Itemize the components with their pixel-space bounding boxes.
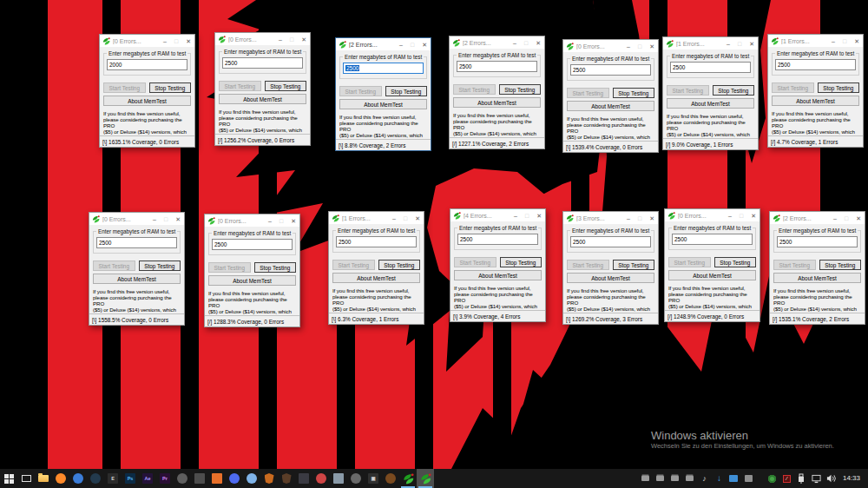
package-icon[interactable] xyxy=(744,472,753,485)
titlebar[interactable]: [2 Errors... – □ ✕ xyxy=(450,36,544,49)
about-memtest-button[interactable]: About MemTest xyxy=(772,96,859,106)
start-testing-button[interactable]: Start Testing xyxy=(93,260,135,271)
start-button[interactable] xyxy=(0,469,17,488)
start-testing-button[interactable]: Start Testing xyxy=(567,88,609,98)
stop-testing-button[interactable]: Stop Testing xyxy=(139,260,181,271)
music-note-icon[interactable]: ♪ xyxy=(700,472,709,485)
waterdrop-app-icon[interactable] xyxy=(243,469,260,488)
close-button[interactable]: ✕ xyxy=(175,216,181,222)
close-button[interactable]: ✕ xyxy=(186,38,191,44)
close-button[interactable]: ✕ xyxy=(751,213,756,219)
stop-testing-button[interactable]: Stop Testing xyxy=(713,85,755,96)
start-testing-button[interactable]: Start Testing xyxy=(567,260,609,270)
stop-testing-button[interactable]: Stop Testing xyxy=(613,88,655,98)
maximize-button[interactable]: □ xyxy=(404,215,407,221)
stop-testing-button[interactable]: Stop Testing xyxy=(818,82,860,93)
maximize-button[interactable]: □ xyxy=(845,215,848,221)
ram-input[interactable]: 2500 xyxy=(343,63,424,74)
maximize-button[interactable]: □ xyxy=(525,213,529,219)
about-memtest-button[interactable]: About MemTest xyxy=(567,273,654,283)
titlebar[interactable]: [3 Errors... – □ ✕ xyxy=(563,212,658,224)
about-memtest-button[interactable]: About MemTest xyxy=(668,270,756,280)
minimize-button[interactable]: – xyxy=(514,213,517,219)
minimize-button[interactable]: – xyxy=(833,215,837,221)
ram-input[interactable]: 2500 xyxy=(96,237,177,248)
maximize-button[interactable]: □ xyxy=(290,36,293,43)
titlebar[interactable]: [0 Errors... – □ ✕ xyxy=(215,33,310,45)
start-testing-button[interactable]: Start Testing xyxy=(453,84,496,95)
stop-testing-button[interactable]: Stop Testing xyxy=(254,262,297,273)
ram-input[interactable]: 2500 xyxy=(777,236,858,247)
about-memtest-button[interactable]: About MemTest xyxy=(453,97,541,108)
close-button[interactable]: ✕ xyxy=(649,43,654,49)
clock[interactable]: 14:33 xyxy=(841,469,864,488)
minimize-button[interactable]: – xyxy=(268,218,272,224)
start-testing-button[interactable]: Start Testing xyxy=(773,260,816,270)
titlebar[interactable]: [2 Errors... – □ ✕ xyxy=(336,38,431,50)
red-game-icon[interactable] xyxy=(312,469,330,488)
ram-input[interactable]: 2500 xyxy=(570,236,651,247)
photoshop-icon[interactable]: Ps xyxy=(122,469,139,488)
stop-testing-button[interactable]: Stop Testing xyxy=(613,260,655,270)
ram-input[interactable]: 2500 xyxy=(222,57,303,69)
ram-input[interactable]: 2500 xyxy=(672,234,753,245)
stop-testing-button[interactable]: Stop Testing xyxy=(265,81,307,91)
about-memtest-button[interactable]: About MemTest xyxy=(93,274,181,284)
steel-app-icon[interactable] xyxy=(330,469,347,488)
stop-testing-button[interactable]: Stop Testing xyxy=(149,82,192,93)
device-icon-1[interactable] xyxy=(641,472,650,485)
start-testing-button[interactable]: Start Testing xyxy=(772,82,814,93)
wheel-app-icon[interactable] xyxy=(382,469,399,488)
ram-input[interactable]: 2500 xyxy=(457,234,538,245)
ram-input[interactable]: 2500 xyxy=(775,59,856,70)
device-icon-4[interactable] xyxy=(685,472,694,485)
blue-app-icon[interactable] xyxy=(69,469,87,488)
start-testing-button[interactable]: Start Testing xyxy=(208,262,251,273)
epic-games-icon[interactable]: E xyxy=(104,469,122,488)
stop-testing-button[interactable]: Stop Testing xyxy=(500,257,542,267)
volume-icon[interactable] xyxy=(826,472,836,485)
minimize-button[interactable]: – xyxy=(153,216,156,222)
about-memtest-button[interactable]: About MemTest xyxy=(567,101,654,111)
about-memtest-button[interactable]: About MemTest xyxy=(219,94,306,104)
maximize-button[interactable]: □ xyxy=(174,38,178,44)
stop-testing-button[interactable]: Stop Testing xyxy=(385,86,428,96)
task-view-button[interactable] xyxy=(17,469,35,488)
minimize-button[interactable]: – xyxy=(832,38,835,44)
start-testing-button[interactable]: Start Testing xyxy=(103,82,146,93)
firefox-icon[interactable] xyxy=(52,469,69,488)
titlebar[interactable]: [0 Errors... – □ ✕ xyxy=(89,213,184,225)
orange-app-icon[interactable] xyxy=(208,469,226,488)
titlebar[interactable]: [2 Errors... – □ ✕ xyxy=(770,212,865,224)
close-button[interactable]: ✕ xyxy=(291,218,296,224)
dark-game-icon[interactable] xyxy=(295,469,312,488)
start-testing-button[interactable]: Start Testing xyxy=(219,81,261,91)
minimize-button[interactable]: – xyxy=(163,38,167,44)
green-tray-icon[interactable] xyxy=(767,472,777,485)
close-button[interactable]: ✕ xyxy=(415,215,420,221)
stop-testing-button[interactable]: Stop Testing xyxy=(378,260,421,270)
start-testing-button[interactable]: Start Testing xyxy=(339,86,382,96)
start-testing-button[interactable]: Start Testing xyxy=(454,257,496,267)
start-testing-button[interactable]: Start Testing xyxy=(668,257,711,267)
orange-shield-icon[interactable] xyxy=(260,469,278,488)
close-button[interactable]: ✕ xyxy=(856,215,861,221)
usb-icon[interactable] xyxy=(797,472,806,485)
dark-shield-icon[interactable] xyxy=(278,469,295,488)
close-button[interactable]: ✕ xyxy=(536,213,542,219)
close-button[interactable]: ✕ xyxy=(854,38,859,44)
ram-input[interactable]: 2500 xyxy=(212,239,293,250)
close-button[interactable]: ✕ xyxy=(301,36,306,43)
maximize-button[interactable]: □ xyxy=(638,215,641,221)
maximize-button[interactable]: □ xyxy=(740,213,743,219)
blue-tv-icon[interactable] xyxy=(729,472,739,485)
close-button[interactable]: ✕ xyxy=(536,40,541,46)
titlebar[interactable]: [1 Errors... – □ ✕ xyxy=(663,37,758,49)
minimize-button[interactable]: – xyxy=(279,36,282,43)
red-tray-icon[interactable]: ∕ xyxy=(782,472,792,485)
about-memtest-button[interactable]: About MemTest xyxy=(667,98,754,109)
minimize-button[interactable]: – xyxy=(627,215,630,221)
close-button[interactable]: ✕ xyxy=(749,41,754,47)
about-memtest-button[interactable]: About MemTest xyxy=(332,273,420,283)
device-icon-2[interactable] xyxy=(655,472,665,485)
